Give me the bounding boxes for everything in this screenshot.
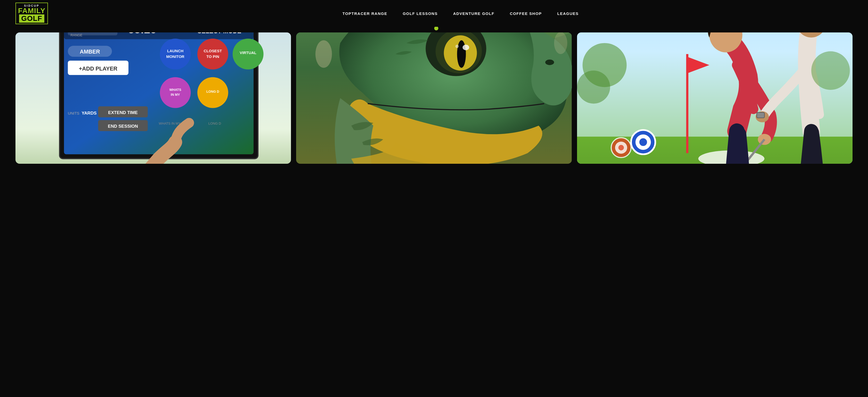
svg-text:RANGE: RANGE [71,33,83,37]
svg-text:AMBER: AMBER [80,49,100,55]
page-wrapper: SIDCUP FAMILY GOLF TOPTRACER RANGE GOLF … [0,0,868,397]
hero-section: TOPTRACER RANGE 55:26 BAY 8 SELECT MODE … [0,30,868,174]
svg-text:LONG D: LONG D [207,90,219,94]
nav-item-leagues[interactable]: LEAGUES [557,11,579,16]
svg-point-45 [455,45,459,48]
svg-text:YARDS: YARDS [82,111,97,115]
logo-golf: GOLF [19,14,44,23]
svg-text:TO PIN: TO PIN [207,54,219,59]
toptracer-card: TOPTRACER RANGE 55:26 BAY 8 SELECT MODE … [16,32,291,164]
logo[interactable]: SIDCUP FAMILY GOLF [16,3,48,24]
svg-text:LONG D: LONG D [209,122,221,125]
nav-item-coffee-shop[interactable]: COFFEE SHOP [510,11,542,16]
logo-family: FAMILY [18,7,45,14]
svg-point-47 [315,40,332,68]
svg-point-44 [463,45,469,50]
svg-point-48 [554,32,567,54]
toptracer-image: TOPTRACER RANGE 55:26 BAY 8 SELECT MODE … [16,32,291,164]
svg-text:IN MY: IN MY [170,93,180,97]
svg-text:CLOSEST: CLOSEST [204,49,222,53]
svg-point-70 [618,145,624,151]
svg-text:+ADD PLAYER: +ADD PLAYER [79,66,117,72]
dino-card [296,32,571,164]
svg-text:SELECT MODE: SELECT MODE [197,32,241,34]
svg-text:VIRTUAL: VIRTUAL [240,51,256,55]
svg-rect-67 [757,112,765,118]
nav-item-adventure-golf[interactable]: ADVENTURE GOLF [453,11,494,16]
svg-text:LAUNCH: LAUNCH [167,49,184,53]
main-nav: TOPTRACER RANGE GOLF LESSONS ADVENTURE G… [68,11,852,16]
dino-image [296,32,571,164]
svg-point-43 [457,40,466,68]
svg-text:WHATS: WHATS [169,88,181,92]
svg-point-46 [545,60,554,65]
svg-point-72 [811,51,850,90]
svg-text:55:26: 55:26 [128,32,156,36]
svg-text:MONITOR: MONITOR [166,54,185,59]
golf-lesson-card [577,32,852,164]
active-dot [434,26,438,30]
svg-text:UNITS: UNITS [68,111,80,115]
svg-point-73 [577,70,610,103]
logo-box: SIDCUP FAMILY GOLF [16,3,48,24]
header: SIDCUP FAMILY GOLF TOPTRACER RANGE GOLF … [0,0,868,27]
nav-item-golf-lessons[interactable]: GOLF LESSONS [403,11,438,16]
svg-text:EXTEND TIME: EXTEND TIME [108,110,138,115]
golf-lesson-image [577,32,852,164]
nav-active-indicator [434,26,438,30]
nav-item-toptracer[interactable]: TOPTRACER RANGE [342,11,388,16]
nav-indicator-row [0,27,868,30]
svg-point-54 [639,138,647,146]
svg-text:END SESSION: END SESSION [108,124,138,129]
